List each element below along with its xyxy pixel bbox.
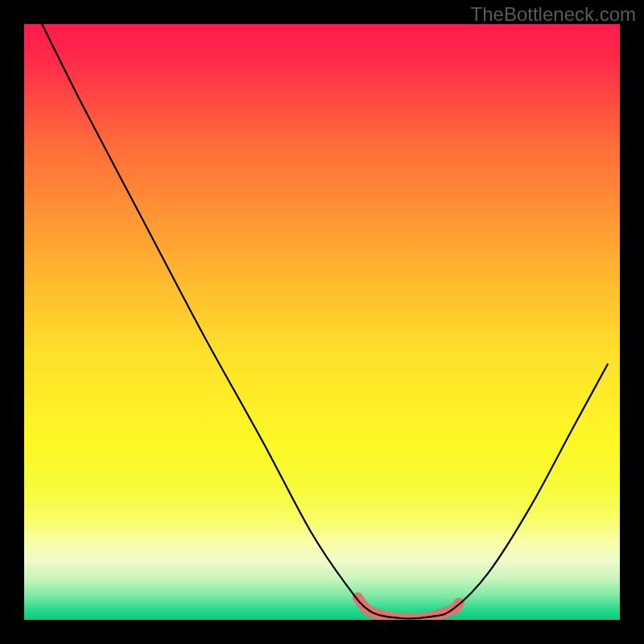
gradient-background	[24, 24, 620, 620]
chart-frame: TheBottleneck.com	[0, 0, 644, 644]
watermark-text: TheBottleneck.com	[471, 3, 636, 26]
bottleneck-chart	[0, 0, 644, 644]
